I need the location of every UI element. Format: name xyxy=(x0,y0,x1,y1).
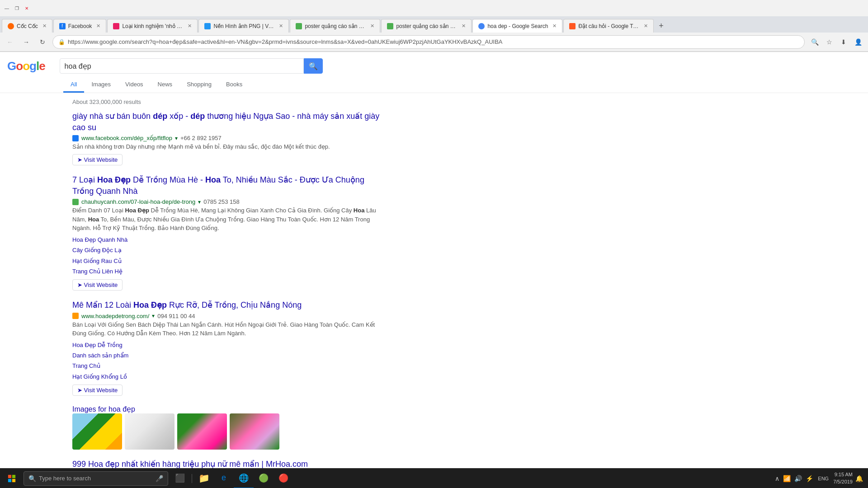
tab-google-search[interactable]: hoa dep - Google Search ✕ xyxy=(472,19,562,33)
sitelink-3-4[interactable]: Hạt Giống Khổng Lồ xyxy=(72,371,380,382)
tab-news[interactable]: News xyxy=(151,77,180,93)
maximize-button[interactable]: ❐ xyxy=(14,5,20,11)
tray-battery-icon[interactable]: ⚡ xyxy=(806,475,813,482)
tab-videos[interactable]: Videos xyxy=(118,77,151,93)
result-title-1[interactable]: giày nhà sư bán buôn dép xốp - dép thươn… xyxy=(72,111,380,133)
tab-favicon xyxy=(569,23,576,29)
bookmark-button[interactable]: ☆ xyxy=(823,36,835,48)
visit-button-1[interactable]: ➤ Visit Website xyxy=(72,154,123,165)
browser-toolbar: ← → ↻ 🔒 https://www.google.com/search?q=… xyxy=(0,33,868,52)
visit-button-2[interactable]: ➤ Visit Website xyxy=(72,279,123,291)
taskbar-mic-icon[interactable]: 🎤 xyxy=(156,475,163,482)
image-thumb-white-rose[interactable] xyxy=(125,413,175,450)
search-input[interactable] xyxy=(60,58,304,74)
image-thumb-sunflower[interactable] xyxy=(72,413,122,450)
result-url-2: chauhuycanh.com/07-loai-hoa-dep/de-trong xyxy=(81,198,195,205)
close-button[interactable]: ✕ xyxy=(24,5,30,11)
new-tab-button[interactable]: + xyxy=(655,19,667,33)
tray-lang[interactable]: ENG xyxy=(816,476,830,481)
download-button[interactable]: ⬇ xyxy=(837,36,850,48)
tab-close-icon[interactable]: ✕ xyxy=(552,23,557,29)
clock-date: 7/5/2019 xyxy=(833,479,853,485)
search-bar-wrapper: 🔍 xyxy=(60,58,323,74)
google-page: Google 🔍 All Images Videos News Shopping… xyxy=(0,52,868,488)
search-result-3: Mê Mẩn 12 Loài Hoa Đẹp Rực Rỡ, Dễ Trồng,… xyxy=(72,300,380,396)
tab-6[interactable]: poster quảng cáo sản ph... ✕ xyxy=(381,19,472,33)
sitelink-2-4[interactable]: Trang Chủ Liên Hệ xyxy=(72,266,380,277)
sitelink-2-2[interactable]: Cây Giống Độc Lạ xyxy=(72,245,380,255)
result-url-3: www.hoadepdetrong.com/ xyxy=(81,313,149,319)
sitelink-3-2[interactable]: Danh sách sản phẩm xyxy=(72,350,380,361)
result-title-2[interactable]: 7 Loại Hoa Đẹp Dễ Trồng Mùa Hè - Hoa To,… xyxy=(72,174,380,197)
taskbar-app-browser[interactable]: 🌐 xyxy=(234,469,254,488)
tab-close-icon[interactable]: ✕ xyxy=(462,23,466,29)
address-text: https://www.google.com/search?q=hoa+đẹp&… xyxy=(68,38,502,45)
tab-title: Facebook xyxy=(68,23,92,29)
tray-network-icon[interactable]: 📶 xyxy=(783,475,791,482)
tab-close-icon[interactable]: ✕ xyxy=(644,23,648,29)
sitelink-2-1[interactable]: Hoa Đẹp Quanh Nhà xyxy=(72,235,380,245)
tab-favicon xyxy=(387,23,393,29)
google-header: Google 🔍 xyxy=(0,52,868,74)
tray-volume-icon[interactable]: 🔊 xyxy=(794,475,802,482)
image-thumb-rose[interactable] xyxy=(230,413,279,450)
forward-button[interactable]: → xyxy=(20,36,33,48)
taskbar-app-green[interactable]: 🟢 xyxy=(254,469,274,488)
title-bar: — ❐ ✕ xyxy=(0,0,868,16)
taskview-icon: ⬛ xyxy=(175,473,185,483)
result-title-3[interactable]: Mê Mẩn 12 Loài Hoa Đẹp Rực Rỡ, Dễ Trồng,… xyxy=(72,300,380,311)
tray-arrow-icon[interactable]: ∧ xyxy=(775,475,779,482)
refresh-button[interactable]: ↻ xyxy=(36,36,49,48)
tab-close-icon[interactable]: ✕ xyxy=(370,23,374,29)
svg-rect-2 xyxy=(8,479,11,482)
taskbar-search-box[interactable]: 🔍 Type here to search 🎤 xyxy=(24,471,168,486)
images-section-link[interactable]: Images for hoa đẹp xyxy=(72,405,135,413)
sitelink-3-3[interactable]: Trang Chủ xyxy=(72,361,380,371)
tab-shopping[interactable]: Shopping xyxy=(179,77,219,93)
tab-close-icon[interactable]: ✕ xyxy=(279,23,283,29)
tab-8[interactable]: Đặt câu hỏi - Google Tim... ✕ xyxy=(563,19,654,33)
tab-title: Cốc Cốc xyxy=(17,23,38,29)
search-button[interactable]: 🔍 xyxy=(304,58,323,74)
result-phone-2: 0785 253 158 xyxy=(203,198,240,205)
result-arrow-1: ▾ xyxy=(175,135,178,141)
tab-3[interactable]: Loại kinh nghiệm 'nhỏ mà ... ✕ xyxy=(107,19,198,33)
tab-images[interactable]: Images xyxy=(84,77,118,93)
sitelink-3-1[interactable]: Hoa Đẹp Dễ Trồng xyxy=(72,340,380,350)
tab-close-icon[interactable]: ✕ xyxy=(96,23,100,29)
tab-facebook[interactable]: f Facebook ✕ xyxy=(53,19,107,33)
svg-rect-0 xyxy=(8,474,11,478)
result-phone-3: 094 911 00 44 xyxy=(157,313,195,319)
tab-favicon xyxy=(113,23,119,29)
minimize-button[interactable]: — xyxy=(4,5,10,11)
tray-icons: ∧ 📶 🔊 ⚡ xyxy=(775,475,813,482)
result-favicon-3 xyxy=(72,313,79,319)
tab-favicon xyxy=(8,23,14,29)
taskbar-app-edge[interactable]: e xyxy=(214,469,234,488)
image-thumb-pink-flower[interactable] xyxy=(177,413,227,450)
tab-5[interactable]: poster quảng cáo sản ph... ✕ xyxy=(290,19,380,33)
tab-books[interactable]: Books xyxy=(219,77,250,93)
tab-4[interactable]: Nền Hình ảnh PNG | Vec... ✕ xyxy=(198,19,289,33)
taskbar-taskview[interactable]: ⬛ xyxy=(170,469,190,488)
visit-button-3[interactable]: ➤ Visit Website xyxy=(72,385,123,396)
taskbar-app-fileexplorer[interactable]: 📁 xyxy=(194,469,214,488)
taskbar-app-red[interactable]: 🔴 xyxy=(274,469,293,488)
search-tabs: All Images Videos News Shopping Books xyxy=(0,74,868,93)
result-snippet-1: Sản nhà không trơn Dày nhưng nhẹ Mạnh mẽ… xyxy=(72,142,380,151)
tab-close-icon[interactable]: ✕ xyxy=(188,23,192,29)
start-button[interactable] xyxy=(2,469,22,488)
tab-all[interactable]: All xyxy=(63,77,84,93)
address-bar[interactable]: 🔒 https://www.google.com/search?q=hoa+đẹ… xyxy=(52,35,805,49)
zoom-button[interactable]: 🔍 xyxy=(808,36,821,48)
taskbar-clock[interactable]: 9:15 AM 7/5/2019 xyxy=(833,471,853,485)
taskbar-search-icon: 🔍 xyxy=(28,475,36,482)
toolbar-actions: 🔍 ☆ ⬇ 👤 xyxy=(808,36,864,48)
profile-button[interactable]: 👤 xyxy=(852,36,864,48)
tab-coccoc[interactable]: Cốc Cốc ✕ xyxy=(2,19,52,33)
tab-close-icon[interactable]: ✕ xyxy=(42,23,47,29)
back-button[interactable]: ← xyxy=(4,36,16,48)
sitelink-2-3[interactable]: Hạt Giống Rau Củ xyxy=(72,256,380,266)
taskbar-separator-1 xyxy=(192,474,192,483)
notification-icon[interactable]: 🔔 xyxy=(855,475,863,482)
